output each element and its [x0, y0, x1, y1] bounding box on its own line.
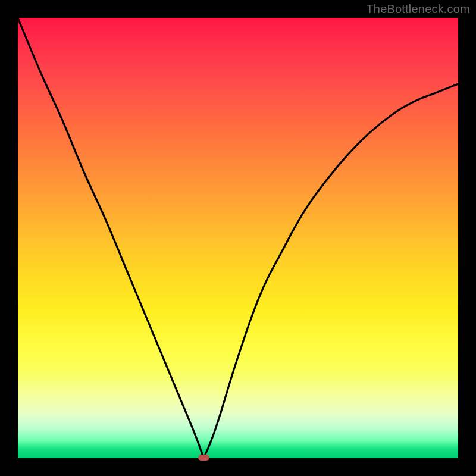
chart-plot-area [18, 18, 458, 458]
minimum-marker [198, 455, 209, 461]
watermark-text: TheBottleneck.com [366, 2, 470, 16]
bottleneck-curve [18, 18, 458, 458]
